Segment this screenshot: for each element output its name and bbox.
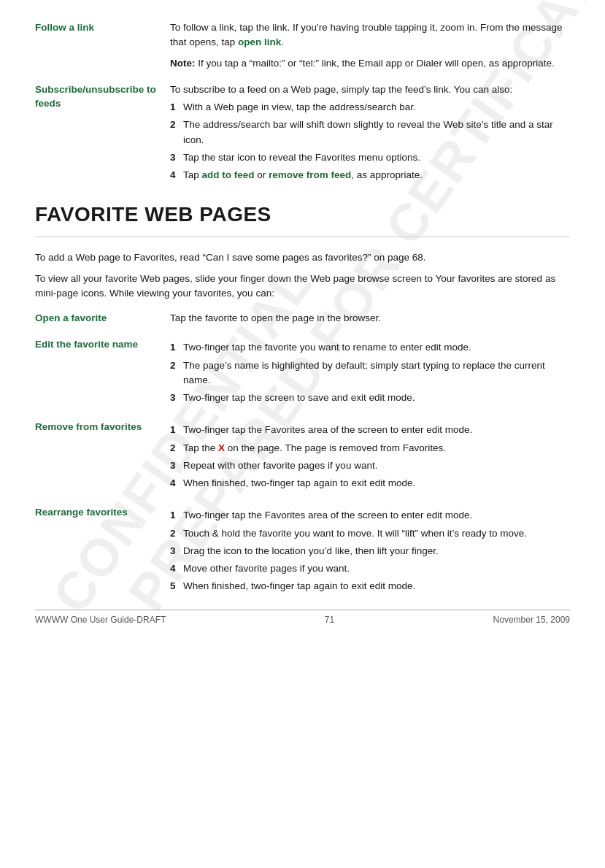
remove-from-feed-link[interactable]: remove from feed xyxy=(269,169,351,180)
open-favorite-row: Open a favorite Tap the favorite to open… xyxy=(35,311,570,326)
rearrange-step-5: 5When finished, two-finger tap again to … xyxy=(170,579,570,594)
fav-intro-2: To view all your favorite Web pages, sli… xyxy=(35,272,570,302)
rearrange-step-4: 4Move other favorite pages if you want. xyxy=(170,561,570,576)
remove-favorites-term: Remove from favorites xyxy=(35,421,142,432)
edit-favorite-name-content: 1Two-finger tap the favorite you want to… xyxy=(170,337,570,408)
remove-favorites-term-col: Remove from favorites xyxy=(35,420,170,493)
open-favorite-content: Tap the favorite to open the page in the… xyxy=(170,311,570,326)
rearrange-favorites-content: 1Two-finger tap the Favorites area of th… xyxy=(170,505,570,596)
step4-part1: Tap xyxy=(183,169,202,180)
subscribe-steps-list: 1With a Web page in view, tap the addres… xyxy=(170,100,570,183)
rearrange-step-2: 2Touch & hold the favorite you want to m… xyxy=(170,526,570,541)
note-body: If you tap a “mailto:” or “tel:” link, t… xyxy=(196,58,555,69)
remove-favorites-content: 1Two-finger tap the Favorites area of th… xyxy=(170,420,570,493)
edit-name-step-3: 3Two-finger tap the screen to save and e… xyxy=(170,391,570,405)
subscribe-row: Subscribe/unsubscribe to feeds To subscr… xyxy=(35,82,570,186)
rearrange-step-1: 1Two-finger tap the Favorites area of th… xyxy=(170,508,570,523)
follow-link-term-col: Follow a link xyxy=(35,20,170,71)
subscribe-term-col: Subscribe/unsubscribe to feeds xyxy=(35,82,170,186)
follow-link-term: Follow a link xyxy=(35,22,94,33)
subscribe-step-2: 2The address/search bar will shift down … xyxy=(170,118,570,147)
edit-name-step-2: 2The page’s name is highlighted by defau… xyxy=(170,358,570,388)
rearrange-favorites-term-col: Rearrange favorites xyxy=(35,505,170,596)
follow-link-body: To follow a link, tap the link. If you'r… xyxy=(170,20,570,50)
rearrange-favorites-steps: 1Two-finger tap the Favorites area of th… xyxy=(170,508,570,594)
rearrange-step-3: 3Drag the icon to the location you’d lik… xyxy=(170,544,570,558)
edit-favorite-name-term-col: Edit the favorite name xyxy=(35,337,170,408)
subscribe-term: Subscribe/unsubscribe to feeds xyxy=(35,84,156,110)
open-favorite-term-col: Open a favorite xyxy=(35,311,170,326)
edit-name-step-1: 1Two-finger tap the favorite you want to… xyxy=(170,340,570,355)
step4-mid: or xyxy=(255,169,269,180)
follow-link-text1: To follow a link, tap the link. If you'r… xyxy=(170,22,563,47)
open-favorite-body: Tap the favorite to open the page in the… xyxy=(170,311,570,326)
remove-favorites-row: Remove from favorites 1Two-finger tap th… xyxy=(35,420,570,493)
open-favorite-term: Open a favorite xyxy=(35,312,107,323)
note-label: Note: xyxy=(170,58,196,69)
subscribe-content: To subscribe to a feed on a Web page, si… xyxy=(170,82,570,186)
follow-link-row: Follow a link To follow a link, tap the … xyxy=(35,20,570,71)
rearrange-favorites-term: Rearrange favorites xyxy=(35,507,128,518)
rearrange-favorites-row: Rearrange favorites 1Two-finger tap the … xyxy=(35,505,570,596)
remove-step-4: 4When finished, two-finger tap again to … xyxy=(170,476,570,491)
edit-favorite-name-term: Edit the favorite name xyxy=(35,339,138,350)
edit-favorite-name-steps: 1Two-finger tap the favorite you want to… xyxy=(170,340,570,405)
remove-favorites-steps: 1Two-finger tap the Favorites area of th… xyxy=(170,423,570,491)
remove-step2-part1: Tap the xyxy=(183,442,218,453)
follow-link-note: Note: If you tap a “mailto:” or “tel:” l… xyxy=(170,56,570,71)
edit-favorite-name-row: Edit the favorite name 1Two-finger tap t… xyxy=(35,337,570,408)
remove-step-1: 1Two-finger tap the Favorites area of th… xyxy=(170,423,570,437)
footer-right: November 15, 2009 xyxy=(493,615,570,625)
favorite-web-pages-heading: FAVORITE WEB PAGES xyxy=(35,203,570,226)
subscribe-step-1: 1With a Web page in view, tap the addres… xyxy=(170,100,570,115)
heading-divider xyxy=(35,237,570,237)
remove-step-2: 2 Tap the X on the page. The page is rem… xyxy=(170,441,570,456)
x-mark: X xyxy=(218,442,225,453)
footer-center: 71 xyxy=(325,615,334,625)
remove-step2-end: on the page. The page is removed from Fa… xyxy=(225,442,446,453)
subscribe-body: To subscribe to a feed on a Web page, si… xyxy=(170,82,570,97)
subscribe-step-3: 3Tap the star icon to reveal the Favorit… xyxy=(170,150,570,165)
footer-left: WWWW One User Guide-DRAFT xyxy=(35,615,166,625)
page-footer: WWWW One User Guide-DRAFT 71 November 15… xyxy=(35,610,570,625)
fav-intro-1: To add a Web page to Favorites, read “Ca… xyxy=(35,250,570,265)
open-link-link[interactable]: open link xyxy=(238,37,281,47)
follow-link-text1-end: . xyxy=(281,37,284,47)
follow-link-content: To follow a link, tap the link. If you'r… xyxy=(170,20,570,71)
add-to-feed-link[interactable]: add to feed xyxy=(202,169,255,180)
subscribe-step-4: 4 Tap add to feed or remove from feed, a… xyxy=(170,168,570,183)
remove-step-3: 3Repeat with other favorite pages if you… xyxy=(170,458,570,473)
step4-end: , as appropriate. xyxy=(351,169,423,180)
